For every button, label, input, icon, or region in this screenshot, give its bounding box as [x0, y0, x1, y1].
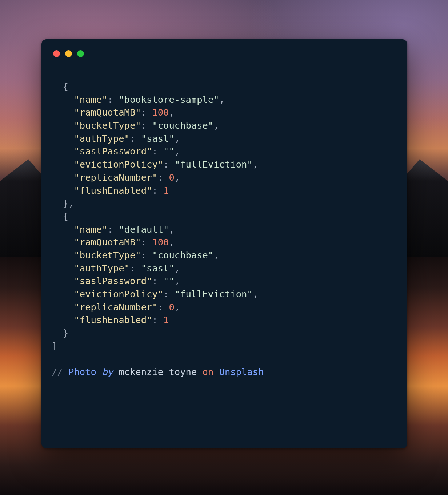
code-block: { "name": "bookstore-sample", "ramQuotaM… [52, 80, 397, 379]
zoom-icon[interactable] [77, 50, 84, 57]
window-traffic-lights [53, 50, 397, 57]
close-icon[interactable] [53, 50, 60, 57]
minimize-icon[interactable] [65, 50, 72, 57]
code-window: { "name": "bookstore-sample", "ramQuotaM… [41, 39, 407, 448]
